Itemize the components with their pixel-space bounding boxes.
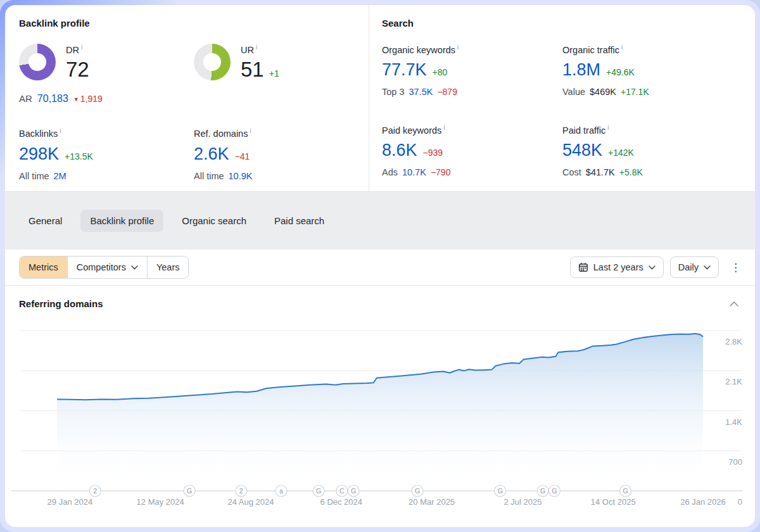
info-icon[interactable]: i	[443, 124, 445, 131]
collapse-panel-button[interactable]	[730, 301, 738, 307]
metric-delta: +142K	[608, 148, 634, 158]
svg-text:2: 2	[239, 487, 243, 495]
svg-text:12 May 2024: 12 May 2024	[137, 497, 184, 507]
metric-delta: −939	[423, 148, 443, 158]
info-icon[interactable]: i	[607, 124, 609, 131]
search-section: Search Organic keywordsi 77.7K +80 Top 3…	[369, 5, 755, 191]
ur-label: URi	[241, 44, 279, 55]
metric-delta: +49.6K	[606, 67, 635, 77]
chevron-down-icon	[704, 265, 711, 270]
ur-delta: +1	[269, 68, 279, 79]
chart-title: Referring domains	[19, 298, 103, 309]
ar-value-link[interactable]: 70,183	[37, 93, 68, 104]
dr-donut-chart	[19, 44, 56, 80]
ur-donut-chart	[194, 44, 231, 80]
svg-text:700: 700	[728, 457, 742, 467]
info-icon[interactable]: i	[621, 44, 623, 51]
granularity-button[interactable]: Daily	[670, 256, 719, 278]
segment-years[interactable]: Years	[147, 256, 189, 278]
metric-sub-value[interactable]: $469K	[590, 87, 616, 97]
ref-domains-value-link[interactable]: 2.6K	[194, 144, 229, 164]
paid-traffic-metric: Paid traffici 548K +142K Cost $41.7K +5.…	[562, 124, 755, 177]
backlinks-value-link[interactable]: 298K	[19, 144, 59, 164]
backlinks-delta: +13.5K	[65, 151, 93, 162]
dr-value: 72	[66, 58, 89, 82]
info-icon[interactable]: i	[256, 44, 257, 51]
info-icon[interactable]: i	[81, 44, 82, 51]
dr-label: DRi	[66, 44, 89, 55]
info-icon[interactable]: i	[250, 127, 251, 134]
alltime-label: All time	[194, 171, 224, 181]
overview-panel: Backlink profile DRi 72 URi 51 +1	[5, 5, 755, 191]
metric-sub-value[interactable]: $41.7K	[586, 167, 615, 177]
metric-value-link[interactable]: 1.8M	[562, 60, 600, 80]
info-icon[interactable]: i	[457, 44, 459, 51]
ur-value: 51	[241, 58, 264, 82]
tab-backlink-profile[interactable]: Backlink profile	[80, 210, 163, 232]
tab-organic-search[interactable]: Organic search	[172, 210, 256, 232]
chevron-down-icon	[131, 265, 138, 270]
tab-paid-search[interactable]: Paid search	[265, 210, 334, 232]
ref-domains-delta: −41	[235, 151, 250, 162]
ref-domains-label: Ref. domainsi	[194, 127, 369, 139]
organic-traffic-metric: Organic traffici 1.8M +49.6K Value $469K…	[562, 44, 755, 97]
svg-text:14 Oct 2025: 14 Oct 2025	[591, 497, 636, 507]
ahrefs-rank-row: AR 70,183 ▼1,919	[19, 93, 369, 104]
metric-value-link[interactable]: 77.7K	[382, 60, 427, 80]
svg-text:G: G	[351, 487, 356, 495]
segment-competitors[interactable]: Competitors	[67, 256, 147, 278]
svg-text:2.1K: 2.1K	[725, 377, 742, 386]
svg-text:G: G	[540, 487, 545, 495]
referring-domains-area-chart[interactable]: 2.8K2.1K1.4K700029 Jan 202412 May 202424…	[5, 320, 755, 517]
dashboard-card: Backlink profile DRi 72 URi 51 +1	[5, 5, 755, 527]
calendar-icon	[578, 262, 588, 272]
metric-sub-value[interactable]: 37.5K	[408, 87, 433, 97]
svg-text:6 Dec 2024: 6 Dec 2024	[320, 497, 363, 507]
date-range-button[interactable]: Last 2 years	[570, 256, 664, 278]
svg-text:G: G	[187, 487, 192, 495]
ar-delta: ▼1,919	[73, 94, 103, 104]
svg-text:G: G	[415, 487, 420, 495]
report-tabs: General Backlink profile Organic search …	[5, 191, 755, 250]
backlinks-label: Backlinksi	[19, 127, 194, 139]
metric-value-link[interactable]: 548K	[562, 141, 602, 160]
paid-keywords-metric: Paid keywordsi 8.6K −939 Ads 10.7K −790	[382, 124, 562, 177]
backlink-profile-title: Backlink profile	[19, 18, 369, 28]
ref-domains-metric: Ref. domainsi 2.6K −41 All time 10.9K	[194, 127, 369, 181]
alltime-value-link[interactable]: 10.9K	[229, 171, 253, 181]
svg-text:1.4K: 1.4K	[725, 417, 742, 427]
triangle-down-icon: ▼	[73, 96, 79, 103]
svg-text:G: G	[316, 487, 321, 495]
svg-text:G: G	[498, 487, 503, 495]
app-window: Backlink profile DRi 72 URi 51 +1	[0, 0, 760, 532]
ar-label: AR	[19, 93, 32, 104]
metric-sub-delta: −790	[431, 167, 451, 177]
url-rating-block: URi 51 +1	[194, 44, 369, 82]
metric-sub-value[interactable]: 10.7K	[402, 167, 426, 177]
tab-general[interactable]: General	[19, 210, 72, 232]
metric-sub-delta: +5.8K	[619, 167, 643, 177]
metric-value-link[interactable]: 8.6K	[382, 141, 417, 160]
search-title: Search	[382, 18, 755, 28]
alltime-label: All time	[19, 171, 49, 181]
svg-text:2: 2	[93, 487, 97, 495]
chevron-down-icon	[649, 265, 656, 270]
more-options-kebab-icon[interactable]: ⋮	[730, 262, 741, 273]
segment-metrics[interactable]: Metrics	[20, 256, 67, 278]
svg-text:a: a	[279, 487, 283, 495]
domain-rating-block: DRi 72	[19, 44, 194, 82]
svg-text:24 Aug 2024: 24 Aug 2024	[227, 497, 274, 507]
svg-text:G: G	[552, 487, 557, 495]
metric-sub-delta: −879	[437, 87, 457, 97]
info-icon[interactable]: i	[60, 127, 61, 134]
svg-text:26 Jan 2026: 26 Jan 2026	[680, 497, 726, 507]
svg-text:0: 0	[738, 497, 742, 507]
svg-text:G: G	[623, 487, 628, 495]
chart-controls: Metrics Competitors Years Last 2 years D…	[5, 250, 755, 286]
chevron-up-icon	[730, 301, 738, 307]
backlink-profile-section: Backlink profile DRi 72 URi 51 +1	[5, 5, 369, 191]
metric-sub-delta: +17.1K	[621, 87, 649, 97]
referring-domains-panel: Referring domains 2.8K2.1K1.4K700029 Jan…	[5, 286, 755, 527]
svg-text:2 Jul 2025: 2 Jul 2025	[504, 497, 542, 507]
alltime-value-link[interactable]: 2M	[54, 171, 66, 181]
